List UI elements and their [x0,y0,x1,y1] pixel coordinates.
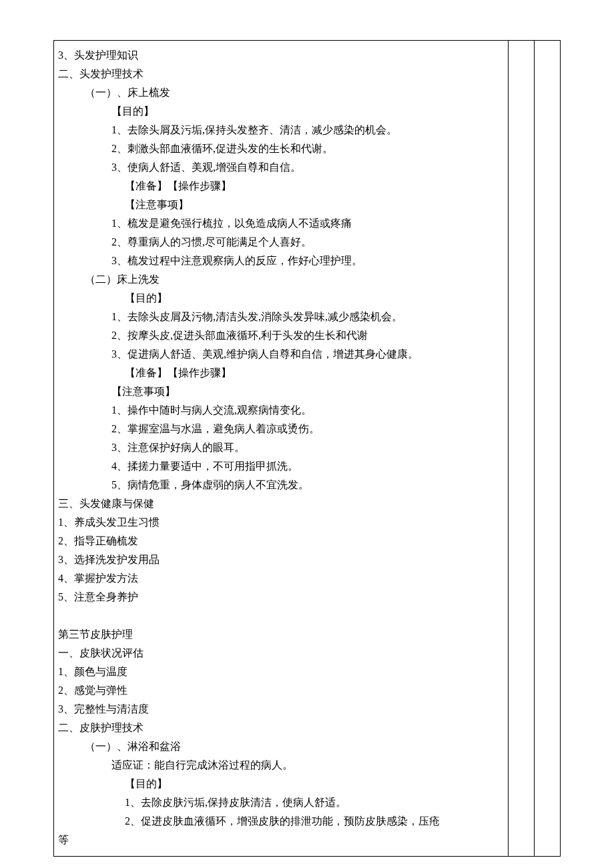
content-line: 适应证：能自行完成沐浴过程的病人。 [58,756,501,775]
content-line: 1、去除头屑及污垢,保持头发整齐、清洁，减少感染的机会。 [58,121,501,139]
content-line: 【目的】 [58,289,501,308]
content-line: 2、尊重病人的习惯,尽可能满足个人喜好。 [58,233,501,252]
content-line: 2、刺激头部血液循环,促进头发的生长和代谢。 [58,139,501,158]
content-line: 1、去除皮肤污垢,保持皮肤清洁，使病人舒适。 [58,793,501,812]
content-line: 5、注意全身养护 [58,588,501,606]
content-line: 3、注意保护好病人的眼耳。 [58,438,501,457]
content-line: 3、促进病人舒适、美观,维护病人自尊和自信，增进其身心健康。 [58,345,501,364]
content-line: 4、揉搓力量要适中，不可用指甲抓洗。 [58,457,501,476]
content-line: 3、头发护理知识 [58,46,501,65]
page-container: 3、头发护理知识二、头发护理技术（一）、床上梳发【目的】1、去除头屑及污垢,保持… [0,0,614,868]
main-content-column: 3、头发护理知识二、头发护理技术（一）、床上梳发【目的】1、去除头屑及污垢,保持… [54,41,509,856]
content-line: 3、梳发过程中注意观察病人的反应，作好心理护理。 [58,252,501,270]
content-line: 2、按摩头皮,促进头部血液循环,利于头发的生长和代谢 [58,326,501,345]
content-line: 二、头发护理技术 [58,65,501,83]
content-line: 1、养成头发卫生习惯 [58,513,501,532]
content-line: （二）床上洗发 [58,270,501,289]
content-line: 【准备】【操作步骤】 [58,364,501,382]
blank-spacer [58,606,501,625]
content-line: 二、皮肤护理技术 [58,719,501,737]
content-line: 【准备】【操作步骤】 [58,177,501,195]
content-line: 一、皮肤状况评估 [58,644,501,663]
content-line: （一）、淋浴和盆浴 [58,737,501,756]
content-line: 【注意事项】 [58,195,501,214]
content-line: 2、促进皮肤血液循环，增强皮肤的排泄功能，预防皮肤感染，压疮 [58,812,501,831]
content-line: （一）、床上梳发 [58,83,501,102]
content-line: 1、梳发是避免强行梳拉，以免造成病人不适或疼痛 [58,214,501,233]
content-table: 3、头发护理知识二、头发护理技术（一）、床上梳发【目的】1、去除头屑及污垢,保持… [53,40,561,857]
content-line: 2、掌握室温与水温，避免病人着凉或烫伤。 [58,420,501,438]
content-line: 等 [58,831,501,849]
content-line: 2、指导正确梳发 [58,532,501,550]
content-line: 【目的】 [58,775,501,793]
side-column-2 [535,41,560,856]
content-line: 1、去除头皮屑及污物,清洁头发,消除头发异味,减少感染机会。 [58,308,501,326]
content-line: 第三节皮肤护理 [58,625,501,644]
content-line: 1、操作中随时与病人交流,观察病情变化。 [58,401,501,420]
content-line: 4、掌握护发方法 [58,569,501,588]
content-line: 1、颜色与温度 [58,663,501,681]
content-line: 3、完整性与清洁度 [58,700,501,719]
content-line: 5、病情危重，身体虚弱的病人不宜洗发。 [58,476,501,494]
content-line: 3、选择洗发护发用品 [58,550,501,569]
content-line: 【目的】 [58,102,501,121]
content-line: 三、头发健康与保健 [58,494,501,513]
content-line: 【注意事项】 [58,382,501,401]
content-line: 3、使病人舒适、美观,增强自尊和自信。 [58,158,501,177]
side-column-1 [509,41,535,856]
content-line: 2、感觉与弹性 [58,681,501,700]
